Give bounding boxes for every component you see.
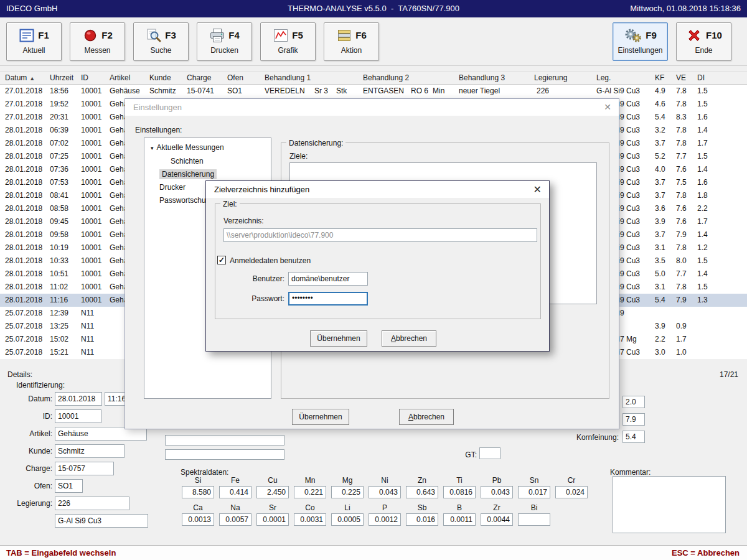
column-header-behandlung-3[interactable]: Behandlung 3 (459, 72, 505, 84)
spektral-value-field[interactable]: 0.0001 (256, 513, 289, 526)
kommentar-textarea[interactable] (613, 476, 726, 533)
table-cell: 4.9 (655, 85, 665, 98)
column-header-kunde[interactable]: Kunde (149, 72, 171, 84)
spektral-value-field[interactable]: 0.024 (555, 486, 588, 498)
table-cell: 27.01.2018 (5, 85, 42, 98)
toolbar-button-f6[interactable]: F6Aktion (324, 22, 379, 61)
table-cell: 28.01.2018 (5, 268, 42, 281)
detail-field-1[interactable]: 2.0 (622, 396, 645, 408)
spektral-value-field[interactable]: 0.643 (406, 486, 438, 498)
abbrechen-button[interactable]: Abbrechen (382, 330, 436, 347)
toolbar-button-f10[interactable]: F10Ende (676, 22, 731, 61)
spektral-value-field[interactable]: 0.016 (406, 513, 438, 526)
thermo-analyse-window: IDECO GmbH THERMO-ANALYSE v5.5.0 - TA760… (0, 0, 747, 560)
abbrechen-button[interactable]: Abbrechen (399, 409, 454, 425)
spektral-value-field[interactable]: 0.0816 (443, 486, 476, 498)
spektral-value-field[interactable]: 0.0044 (481, 513, 513, 526)
column-header-behandlung-2[interactable]: Behandlung 2 (363, 72, 409, 84)
ident-field[interactable]: SO1 (55, 479, 83, 493)
column-header-charge[interactable]: Charge (187, 72, 211, 84)
ident-field[interactable]: 226 (55, 497, 129, 510)
passwort-input[interactable]: •••••••• (288, 292, 368, 306)
spektral-value-field[interactable]: 0.043 (369, 486, 401, 498)
column-header-ve[interactable]: VE (676, 72, 686, 84)
toolbar-button-f1[interactable]: F1Aktuell (6, 22, 62, 61)
spektral-value-field[interactable]: 8.580 (182, 486, 214, 498)
table-cell: 226 (537, 85, 549, 98)
spektral-value-field[interactable]: 0.0057 (219, 513, 251, 526)
toolbar-button-caption: Messen (70, 46, 125, 55)
kornfeinung-field[interactable]: 5.4 (622, 431, 645, 443)
table-cell: 28.01.2018 (5, 176, 42, 189)
ident-field[interactable]: 15-0757 (55, 462, 114, 475)
table-cell: 11:16 (50, 294, 68, 307)
table-cell: 3.6 (655, 202, 665, 215)
close-icon[interactable]: ✕ (533, 181, 542, 198)
column-header-kf[interactable]: KF (655, 72, 664, 84)
toolbar-button-f9[interactable]: F9Einstellungen (613, 22, 668, 61)
spektral-value-field[interactable] (518, 513, 550, 526)
tree-item-schichten[interactable]: Schichten (144, 155, 271, 168)
anmeldedaten-checkbox[interactable]: ✓ (217, 256, 226, 264)
column-header-behandlung-1[interactable]: Behandlung 1 (265, 72, 311, 84)
toolbar-button-f2[interactable]: F2Messen (70, 22, 125, 61)
ident-field[interactable]: 10001 (55, 409, 101, 423)
column-header-datum[interactable]: Datum▲ (5, 72, 35, 85)
detail-field-2[interactable]: 7.9 (622, 413, 645, 426)
tree-item-aktuelle-messungen[interactable]: ▾Aktuelle Messungen (144, 141, 271, 155)
table-cell: neuer Tiegel (459, 85, 500, 98)
spektral-value-field[interactable]: 0.017 (518, 486, 550, 498)
field-empty-1[interactable] (165, 435, 284, 446)
tree-item-label: Drucker (159, 183, 186, 192)
uebernehmen-button[interactable]: Übernehmen (310, 330, 367, 347)
column-header-id[interactable]: ID (81, 72, 88, 84)
table-row[interactable]: 27.01.201818:5610001GehäuseSchmitz15-074… (0, 85, 747, 98)
zielverzeichnis-dialog-titlebar[interactable]: Zielverzeichnis hinzufügen ✕ (206, 181, 549, 198)
table-cell: 7.9 (676, 228, 687, 241)
column-header-artikel[interactable]: Artikel (110, 72, 130, 84)
spektral-value-field[interactable]: 0.225 (331, 486, 364, 498)
table-cell: 10001 (81, 189, 101, 202)
gt-field[interactable] (479, 447, 500, 459)
ident-field[interactable]: G-Al Si9 Cu3 (55, 514, 148, 528)
column-header-leg-[interactable]: Leg. (596, 72, 611, 84)
spektral-value-field[interactable]: 0.0013 (182, 513, 214, 526)
spektral-value-field[interactable]: 0.0005 (331, 513, 364, 526)
table-cell: 1.7 (676, 333, 687, 346)
spektral-value-field[interactable]: 0.221 (294, 486, 326, 498)
table-cell: 7.8 (676, 281, 687, 294)
spektral-value-field[interactable]: 0.414 (219, 486, 251, 498)
field-empty-2[interactable] (165, 449, 284, 460)
column-header-di[interactable]: DI (697, 72, 705, 84)
spektral-value-field[interactable]: 2.450 (256, 486, 289, 498)
ident-field[interactable]: Schmitz (55, 444, 125, 458)
verzeichnis-input[interactable]: \\server\produktion\ideco\77.900 (223, 228, 537, 242)
table-cell: 19:52 (50, 98, 68, 111)
spektral-value-field[interactable]: 0.0011 (443, 513, 476, 526)
tree-item-label: Aktuelle Messungen (157, 143, 224, 152)
tree-item-datensicherung[interactable]: Datensicherung (144, 168, 271, 181)
spektral-value-field[interactable]: 0.043 (481, 486, 513, 498)
spektral-element-label: Co (294, 503, 326, 512)
table-cell: 25.07.2018 (5, 346, 42, 359)
table-cell: 1.4 (697, 228, 708, 241)
benutzer-input[interactable]: domäne\benutzer (288, 272, 368, 286)
column-header-legierung[interactable]: Legierung (534, 72, 567, 84)
toolbar-button-f5[interactable]: F5Grafik (260, 22, 316, 61)
ident-field[interactable]: 28.01.2018 (55, 392, 102, 406)
column-header-uhrzeit[interactable]: Uhrzeit (50, 72, 73, 84)
chevron-down-icon[interactable]: ▾ (151, 145, 154, 151)
close-icon[interactable]: ✕ (604, 99, 611, 116)
einstellungen-dialog-titlebar[interactable]: Einstellungen ✕ (125, 99, 619, 116)
spektral-value-field[interactable]: 0.0031 (294, 513, 326, 526)
uebernehmen-button[interactable]: Übernehmen (292, 409, 349, 425)
table-cell: 08:58 (50, 202, 68, 215)
toolbar-button-f3[interactable]: F3Suche (133, 22, 189, 61)
toolbar-button-caption: Drucken (197, 46, 251, 55)
toolbar-button-f4[interactable]: F4Drucken (197, 22, 252, 61)
spektral-value-field[interactable]: 0.0012 (369, 513, 401, 526)
sort-asc-icon: ▲ (29, 75, 35, 82)
spektral-element-label: Zr (481, 503, 513, 512)
column-header-ofen[interactable]: Ofen (227, 72, 243, 84)
table-cell: 7.8 (676, 85, 687, 98)
